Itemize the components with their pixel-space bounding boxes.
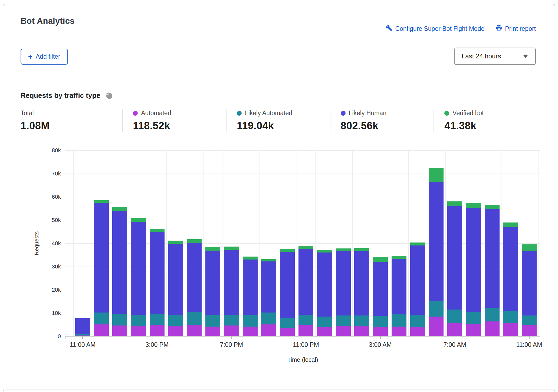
- axis-tick: [231, 336, 232, 339]
- y-tick-label: 30k: [52, 263, 61, 270]
- gridline: [129, 150, 129, 336]
- stacked-bar[interactable]: [94, 200, 109, 336]
- gridline: [166, 150, 167, 336]
- bar-segment: [485, 209, 500, 308]
- bar-segment: [243, 315, 258, 327]
- y-tick-label: 80k: [52, 147, 61, 154]
- gridline: [539, 150, 539, 336]
- bar-segment: [224, 250, 239, 315]
- stat-label: Likely Human: [349, 109, 386, 117]
- section-title: Requests by traffic type: [21, 91, 100, 100]
- bar-segment: [410, 327, 425, 336]
- y-tick-label: 0: [58, 333, 61, 340]
- stat-value: 1.08M: [21, 120, 122, 132]
- stacked-bar[interactable]: [336, 248, 351, 336]
- y-tick-label: 60k: [52, 194, 61, 200]
- gridline: [278, 150, 278, 336]
- x-tick-label: 11:00 PM: [293, 341, 319, 348]
- bar-segment: [261, 261, 276, 313]
- gridline: [427, 150, 427, 336]
- stacked-bar[interactable]: [447, 201, 462, 336]
- bar-segment: [280, 328, 295, 336]
- gridline: [501, 150, 501, 336]
- stacked-bar[interactable]: [317, 250, 332, 336]
- bar-segment: [150, 314, 165, 325]
- bar-segment: [485, 308, 500, 321]
- bar-segment: [503, 323, 518, 336]
- chevron-down-icon: [523, 55, 528, 58]
- bar-segment: [205, 251, 220, 315]
- bar-segment: [187, 239, 202, 243]
- bar-segment: [187, 325, 202, 336]
- x-axis-title: Time (local): [287, 356, 318, 363]
- bar-segment: [429, 317, 444, 336]
- stacked-bar[interactable]: [150, 229, 165, 336]
- print-report-link[interactable]: Print report: [495, 24, 536, 33]
- axis-tick: [65, 336, 65, 339]
- stat-label: Likely Automated: [245, 109, 292, 117]
- bar-segment: [75, 335, 90, 336]
- stacked-bar[interactable]: [112, 207, 127, 336]
- bar-segment: [447, 310, 462, 323]
- stacked-bar[interactable]: [243, 257, 258, 336]
- stacked-bar[interactable]: [224, 247, 239, 336]
- bar-segment: [150, 325, 165, 336]
- bar-segment: [298, 315, 313, 325]
- gridline: [92, 150, 92, 336]
- gridline: [520, 150, 520, 336]
- time-range-dropdown[interactable]: Last 24 hours: [454, 48, 536, 65]
- gridline: [148, 150, 148, 336]
- bar-segment: [373, 316, 388, 327]
- verified-bot-legend-dot: [444, 111, 449, 116]
- wrench-icon: [385, 24, 392, 33]
- bar-segment: [336, 326, 351, 336]
- stacked-bar[interactable]: [75, 318, 90, 336]
- bar-segment: [298, 246, 313, 249]
- axis-tick: [306, 336, 306, 339]
- bar-segment: [224, 315, 239, 326]
- stacked-bar[interactable]: [410, 242, 425, 336]
- stacked-bar[interactable]: [168, 241, 183, 336]
- bar-segment: [466, 312, 481, 324]
- stacked-bar[interactable]: [429, 168, 444, 336]
- configure-super-bot-fight-mode-link[interactable]: Configure Super Bot Fight Mode: [385, 24, 484, 33]
- bar-segment: [150, 232, 165, 314]
- bar-segment: [243, 260, 258, 315]
- stacked-bar[interactable]: [131, 218, 146, 336]
- add-filter-button[interactable]: + Add filter: [21, 49, 68, 65]
- stacked-bar[interactable]: [522, 244, 537, 336]
- stacked-bar[interactable]: [373, 257, 388, 336]
- bar-segment: [429, 168, 444, 182]
- bar-segment: [410, 242, 425, 245]
- gridline: [390, 150, 390, 336]
- bar-segment: [224, 247, 239, 250]
- stacked-bar[interactable]: [392, 256, 406, 336]
- stacked-bar[interactable]: [466, 203, 481, 336]
- header-actions: Configure Super Bot Fight Mode Print rep…: [385, 24, 536, 33]
- bar-segment: [373, 327, 388, 336]
- gridline: [408, 150, 409, 336]
- stacked-bar[interactable]: [187, 239, 202, 336]
- bar-segment: [466, 208, 481, 312]
- x-tick-label: 7:00 AM: [443, 341, 466, 348]
- stacked-bar[interactable]: [298, 246, 313, 336]
- stacked-bar[interactable]: [280, 249, 295, 336]
- gridline: [65, 197, 540, 197]
- stacked-bar[interactable]: [485, 205, 500, 336]
- stacked-bar[interactable]: [503, 222, 518, 336]
- stacked-bar[interactable]: [205, 247, 220, 336]
- stacked-bar[interactable]: [354, 248, 369, 336]
- stat-verified-bot: Verified bot 41.38k: [434, 109, 537, 132]
- gridline: [371, 150, 371, 336]
- bar-segment: [392, 327, 406, 336]
- bar-segment: [280, 249, 295, 252]
- stat-label: Verified bot: [452, 109, 484, 117]
- bar-segment: [261, 324, 276, 336]
- axis-tick: [529, 336, 530, 339]
- stacked-bar[interactable]: [261, 259, 276, 337]
- plot-area[interactable]: Requests Time (local) 010k20k30k40k50k60…: [65, 150, 540, 336]
- bar-segment: [447, 201, 462, 206]
- bar-segment: [522, 244, 537, 250]
- bar-segment: [392, 259, 406, 314]
- bar-segment: [261, 259, 276, 262]
